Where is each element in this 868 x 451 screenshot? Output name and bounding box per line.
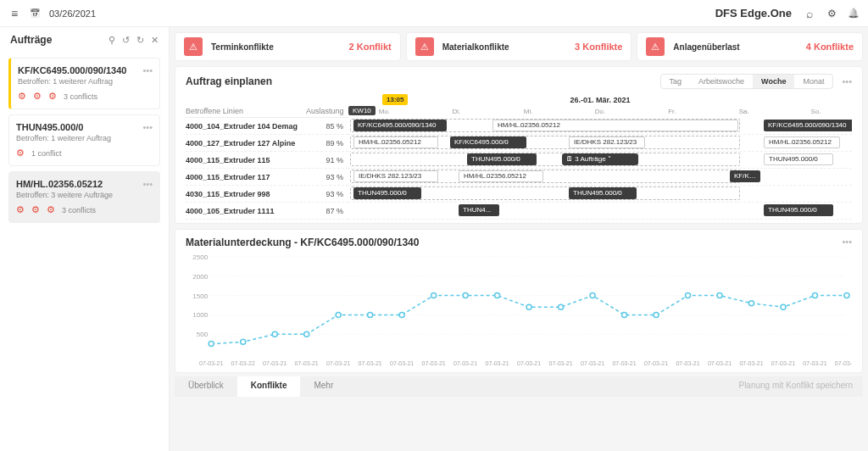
svg-text:07-03-22: 07-03-22 <box>231 360 255 366</box>
svg-text:07-03-21: 07-03-21 <box>581 360 604 366</box>
view-tab[interactable]: Woche <box>753 75 794 88</box>
card-label: Anlagenüberlast <box>673 42 739 52</box>
conflict-icon: ⚙ <box>16 204 25 215</box>
svg-point-15 <box>368 312 373 317</box>
task-bar[interactable]: KF/KC6495.000/0 <box>450 136 526 148</box>
card-icon: ⚠ <box>184 37 203 56</box>
calendar-row[interactable]: THUN4...THUN495.000/0 <box>348 203 852 220</box>
conflict-icon: ⚙ <box>48 91 57 102</box>
more-icon[interactable]: ••• <box>142 65 153 75</box>
line-name: 4000_115_Extruder 115 <box>186 156 306 164</box>
view-tab[interactable]: Monat <box>794 75 832 88</box>
conflict-card[interactable]: ⚠ Materialkonflikte 3 Konflikte <box>406 32 632 61</box>
more-icon[interactable]: ••• <box>842 76 852 86</box>
calendar-row[interactable]: THUN495.000/0THUN495.000/0 <box>348 186 852 203</box>
order-id: THUN495.000/0 <box>16 122 153 132</box>
day-header: Sa. <box>708 108 780 118</box>
calendar-row[interactable]: IE/DHKS 282.123/23HM/HL.02356.05212KF/KC… <box>348 169 852 186</box>
date-range: 26.-01. Mär. 2021 <box>570 96 630 104</box>
col-load: Auslastung <box>306 107 348 115</box>
svg-text:07-03-21: 07-03-21 <box>263 360 287 366</box>
conflict-card[interactable]: ⚠ Anlagenüberlast 4 Konflikte <box>637 32 863 61</box>
day-header: Di. <box>420 108 492 118</box>
card-count: 3 Konflikte <box>575 42 622 52</box>
line-chart: 500100015002000250007-03-2107-03-2207-03… <box>186 252 852 370</box>
line-name: 4000_104_Extruder 104 Demag <box>186 122 306 131</box>
main: ⚠ Terminkonflikte 2 Konflikt⚠ Materialko… <box>170 27 868 451</box>
line-load: 85 % <box>306 122 348 131</box>
calendar-row[interactable]: HM/HL.02356.05212KF/KC6495.000/0IE/DHKS … <box>348 135 852 152</box>
time-marker: 13:05 <box>382 94 408 105</box>
task-bar[interactable]: THUN495.000/0 <box>764 204 833 216</box>
day-header: Do. <box>565 108 637 118</box>
task-bar[interactable]: THUN495.000/0 <box>569 187 637 199</box>
conflict-card[interactable]: ⚠ Terminkonflikte 2 Konflikt <box>175 32 401 61</box>
day-header: So. <box>780 108 852 118</box>
calendar-grid[interactable]: 13:05 KW10 26.-01. Mär. 2021 Mo.Di.Mi.Do… <box>348 94 852 220</box>
order-sub: Betroffen: 3 weitere Aufträge <box>16 191 153 199</box>
save-button[interactable]: Planung mit Konflikt speichern <box>728 376 863 397</box>
task-bar[interactable]: 🗓 3 Aufträge ˅ <box>562 153 638 165</box>
topbar: 03/26/2021 DFS Edge.One <box>0 0 868 27</box>
bottom-tabs: ÜberblickKonflikteMehrPlanung mit Konfli… <box>175 376 863 397</box>
task-bar[interactable]: KF/KC6 <box>730 170 760 182</box>
task-bar[interactable]: HM/HL.02356.05212 <box>353 136 438 148</box>
task-bar[interactable]: HM/HL.02356.05212 <box>492 120 738 131</box>
view-tab[interactable]: Tag <box>661 75 691 88</box>
svg-point-23 <box>622 312 627 317</box>
svg-text:1500: 1500 <box>192 292 208 300</box>
conflict-icon: ⚙ <box>47 204 55 215</box>
line-name: 4000_105_Extruder 1111 <box>186 207 306 215</box>
notifications-icon[interactable] <box>848 8 860 19</box>
current-date: 03/26/2021 <box>49 8 96 19</box>
task-bar[interactable]: THUN4... <box>459 204 499 216</box>
svg-text:07-03-21: 07-03-21 <box>548 360 572 366</box>
filter-icon[interactable] <box>108 35 115 46</box>
calendar-row[interactable]: THUN495.000/0🗓 3 Aufträge ˅THUN495.000/0 <box>348 152 852 169</box>
svg-text:07-03-21: 07-03-21 <box>739 360 763 366</box>
svg-point-22 <box>590 293 595 298</box>
task-bar[interactable]: HM/HL.02356.05212 <box>764 136 840 148</box>
task-bar[interactable]: KF/KC6495.000/090/1340 <box>353 120 447 131</box>
settings-icon[interactable] <box>826 8 837 19</box>
calendar-row[interactable]: KF/KC6495.000/090/1340HM/HL.02356.05212K… <box>348 118 852 135</box>
menu-icon[interactable] <box>8 8 20 19</box>
order-card[interactable]: ••• HM/HL.02356.05212 Betroffen: 3 weite… <box>8 171 160 223</box>
svg-point-24 <box>654 312 659 317</box>
order-id: KF/KC6495.000/090/1340 <box>18 65 153 75</box>
bottom-tab[interactable]: Mehr <box>300 376 347 397</box>
close-icon[interactable] <box>151 35 159 46</box>
svg-point-29 <box>812 293 817 298</box>
order-card[interactable]: ••• KF/KC6495.000/090/1340 Betroffen: 1 … <box>8 58 160 109</box>
view-tab[interactable]: Arbeitswoche <box>690 75 753 88</box>
svg-text:07-03-21: 07-03-21 <box>453 360 477 366</box>
svg-point-21 <box>559 304 564 309</box>
more-icon[interactable]: ••• <box>142 122 153 132</box>
chart-more-icon[interactable]: ••• <box>842 237 852 247</box>
svg-text:07-03-21: 07-03-21 <box>612 360 636 366</box>
order-card[interactable]: ••• THUN495.000/0 Betroffen: 1 weiterer … <box>8 114 160 166</box>
svg-text:07-03-21: 07-03-21 <box>517 360 541 366</box>
redo-icon[interactable] <box>136 35 144 46</box>
view-tabs: TagArbeitswocheWocheMonat <box>660 74 834 89</box>
task-bar[interactable]: IE/DHKS 282.123/23 <box>353 170 438 182</box>
card-label: Terminkonflikte <box>211 42 274 52</box>
search-icon[interactable] <box>804 8 815 19</box>
task-bar[interactable]: THUN495.000/0 <box>353 187 421 199</box>
task-bar[interactable]: THUN495.000/0 <box>764 153 833 165</box>
task-bar[interactable]: HM/HL.02356.05212 <box>459 170 543 182</box>
task-bar[interactable]: THUN495.000/0 <box>467 153 537 165</box>
undo-icon[interactable] <box>122 35 130 46</box>
bottom-tab[interactable]: Konflikte <box>237 376 301 397</box>
conflict-icon: ⚙ <box>18 91 26 102</box>
svg-point-10 <box>209 342 214 347</box>
task-bar[interactable]: IE/DHKS 282.123/23 <box>569 136 645 148</box>
bottom-tab[interactable]: Überblick <box>175 376 237 397</box>
calendar-icon[interactable] <box>29 8 41 19</box>
task-bar[interactable]: KF/KC6495.000/090/1340 <box>764 120 852 131</box>
line-name: 4000_115_Extruder 117 <box>186 173 306 181</box>
more-icon[interactable]: ••• <box>142 179 153 189</box>
brand: DFS Edge.One <box>715 7 792 19</box>
svg-text:07-03-21: 07-03-21 <box>359 360 382 366</box>
svg-text:07-03-21: 07-03-21 <box>644 360 668 366</box>
